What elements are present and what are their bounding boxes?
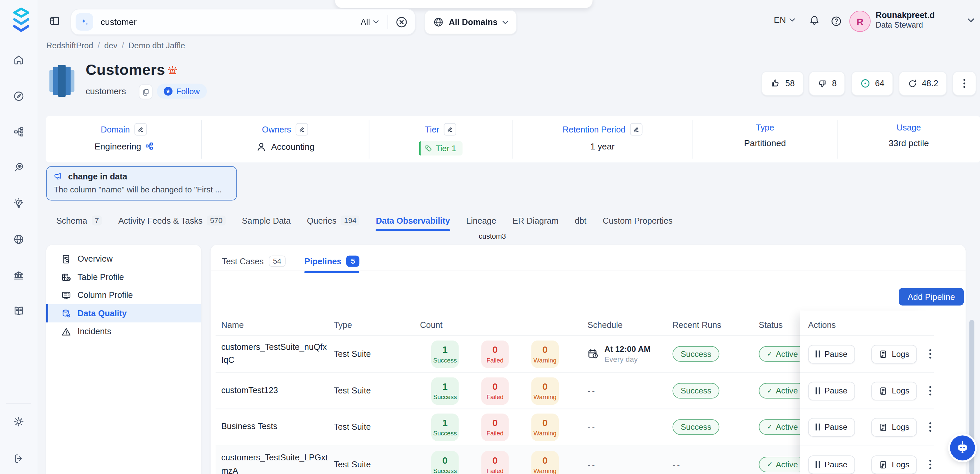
tab-dbt[interactable]: dbt bbox=[575, 216, 586, 225]
user-menu-chevron-icon[interactable] bbox=[967, 18, 974, 22]
recent-run-badge[interactable]: Success bbox=[673, 383, 720, 399]
pause-button[interactable]: Pause bbox=[808, 455, 855, 474]
pipeline-name[interactable]: customers_TestSuite_nuQfxIqC bbox=[221, 341, 329, 366]
count-cell: 1Success 0Failed 0Warning bbox=[431, 340, 587, 368]
globe-icon[interactable] bbox=[13, 234, 24, 245]
row-kebab-icon[interactable] bbox=[927, 420, 934, 434]
warning-triangle-icon bbox=[61, 326, 71, 337]
meta-retention: Retention Period 1 year bbox=[512, 116, 693, 162]
search-scope-dropdown[interactable]: All bbox=[361, 17, 379, 27]
subtab-pipelines[interactable]: Pipelines5 bbox=[304, 256, 359, 267]
recent-run-badge[interactable]: Success bbox=[673, 346, 720, 362]
subdomain-icon bbox=[146, 142, 153, 150]
logs-icon bbox=[879, 423, 888, 431]
tab-er-diagram[interactable]: ER Diagram bbox=[512, 216, 558, 225]
breadcrumb-item[interactable]: Demo dbt Jaffle bbox=[128, 41, 185, 50]
recent-run-badge[interactable]: Success bbox=[673, 419, 720, 435]
tab-activity-feeds[interactable]: Activity Feeds & Tasks570 bbox=[118, 216, 226, 226]
tab-data-observability[interactable]: Data Observability bbox=[376, 216, 450, 225]
row-kebab-icon[interactable] bbox=[927, 383, 934, 398]
schedule-empty: -- bbox=[587, 422, 672, 432]
breadcrumb-item[interactable]: RedshiftProd bbox=[46, 41, 93, 50]
edit-icon[interactable] bbox=[295, 123, 308, 136]
actions-row: Pause Logs bbox=[800, 409, 934, 445]
glossary-icon[interactable] bbox=[13, 305, 24, 317]
tab-sample-data[interactable]: Sample Data bbox=[242, 216, 290, 225]
tier-badge[interactable]: Tier 1 bbox=[419, 141, 463, 156]
upvote-button[interactable]: 58 bbox=[761, 71, 804, 95]
follow-button[interactable]: ★ Follow bbox=[157, 84, 207, 99]
alert-siren-icon[interactable] bbox=[166, 65, 179, 78]
tab-label: Lineage bbox=[466, 216, 496, 225]
compass-icon[interactable] bbox=[13, 91, 24, 102]
row-kebab-icon[interactable] bbox=[927, 347, 934, 361]
row-kebab-icon[interactable] bbox=[927, 457, 934, 472]
help-icon[interactable] bbox=[830, 16, 842, 27]
add-pipeline-button[interactable]: Add Pipeline bbox=[899, 288, 964, 305]
search-divider bbox=[388, 15, 388, 29]
logs-button[interactable]: Logs bbox=[871, 455, 917, 474]
global-search[interactable]: All bbox=[71, 9, 415, 35]
pipeline-name[interactable]: customers_TestSuite_LPGxtmzA bbox=[221, 452, 329, 474]
views-button[interactable]: 64 bbox=[851, 71, 893, 95]
nav-item-table-profile[interactable]: Table Profile bbox=[46, 268, 201, 286]
home-icon[interactable] bbox=[13, 54, 24, 65]
notifications-bell-icon[interactable] bbox=[809, 15, 820, 27]
edit-icon[interactable] bbox=[630, 123, 643, 136]
tab-schema[interactable]: Schema7 bbox=[56, 216, 102, 226]
nav-item-column-profile[interactable]: Column Profile bbox=[46, 286, 201, 304]
chat-bot-button[interactable] bbox=[950, 435, 975, 460]
search-clear-icon[interactable] bbox=[396, 16, 407, 28]
domain-filter-dropdown[interactable]: All Domains bbox=[424, 10, 517, 34]
sidebar-toggle-icon[interactable] bbox=[49, 16, 60, 26]
more-actions-button[interactable] bbox=[952, 71, 976, 95]
downvote-button[interactable]: 8 bbox=[809, 71, 845, 95]
sitemap-icon[interactable] bbox=[13, 126, 24, 137]
governance-icon[interactable] bbox=[13, 270, 24, 281]
nav-item-data-quality[interactable]: Data Quality bbox=[46, 304, 201, 322]
avatar[interactable]: R bbox=[850, 11, 871, 32]
domain-filter-label: All Domains bbox=[449, 17, 498, 27]
nav-item-overview[interactable]: Overview bbox=[46, 250, 201, 268]
pause-button[interactable]: Pause bbox=[808, 418, 855, 436]
logs-button[interactable]: Logs bbox=[871, 418, 917, 436]
search-input[interactable] bbox=[99, 16, 361, 28]
dq-subtabs: Test Cases54 Pipelines5 bbox=[211, 245, 966, 271]
meta-value[interactable]: Engineering bbox=[95, 141, 141, 151]
actions-row: Pause Logs bbox=[800, 336, 934, 373]
logout-icon[interactable] bbox=[13, 453, 24, 464]
announcement-card[interactable]: change in data The column "name" will be… bbox=[46, 166, 237, 200]
edit-icon[interactable] bbox=[444, 123, 456, 136]
tab-custom-properties[interactable]: Custom Properties bbox=[603, 216, 673, 225]
copy-icon[interactable] bbox=[139, 84, 153, 99]
tab-label: ER Diagram bbox=[512, 216, 558, 225]
app-logo-icon[interactable] bbox=[13, 7, 29, 35]
tab-label: Schema bbox=[56, 216, 87, 225]
subtab-count: 54 bbox=[269, 256, 286, 267]
logs-button[interactable]: Logs bbox=[871, 382, 917, 400]
settings-icon[interactable] bbox=[13, 416, 24, 428]
subtab-test-cases[interactable]: Test Cases54 bbox=[222, 256, 286, 267]
calendar-clock-icon bbox=[587, 348, 600, 360]
freshness-button[interactable]: 48.2 bbox=[899, 71, 947, 95]
breadcrumb-item[interactable]: dev bbox=[104, 41, 117, 50]
language-dropdown[interactable]: EN bbox=[774, 15, 795, 25]
status-badge: ✓Active bbox=[759, 346, 806, 362]
pipeline-name[interactable]: Business Tests bbox=[221, 421, 329, 433]
col-header-name: Name bbox=[221, 321, 334, 330]
pause-button[interactable]: Pause bbox=[808, 345, 855, 363]
pipeline-type: Test Suite bbox=[334, 349, 431, 358]
nav-item-incidents[interactable]: Incidents bbox=[46, 322, 201, 340]
schedule-frequency: Every day bbox=[605, 355, 651, 364]
tab-queries[interactable]: Queries194 bbox=[307, 216, 360, 226]
pipeline-name[interactable]: customTest123 bbox=[221, 385, 329, 397]
logs-button[interactable]: Logs bbox=[871, 345, 917, 363]
pause-button[interactable]: Pause bbox=[808, 382, 855, 400]
observability-icon[interactable] bbox=[13, 162, 24, 173]
tab-count: 7 bbox=[92, 216, 102, 226]
tab-lineage[interactable]: Lineage bbox=[466, 216, 496, 225]
insights-icon[interactable] bbox=[13, 198, 24, 209]
edit-icon[interactable] bbox=[134, 123, 147, 136]
user-menu[interactable]: Rounakpreet.d Data Steward bbox=[876, 11, 935, 30]
meta-value[interactable]: Accounting bbox=[271, 142, 314, 152]
